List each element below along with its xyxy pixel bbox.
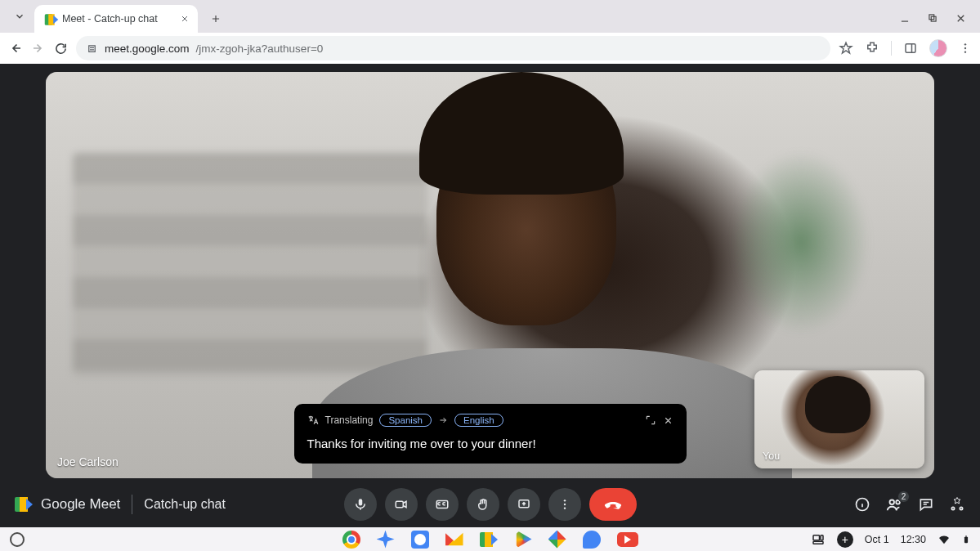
meet-right-panel-buttons: 2 <box>854 495 965 513</box>
messages-app-icon[interactable] <box>583 531 601 549</box>
svg-rect-21 <box>965 535 967 536</box>
meet-app-icon[interactable] <box>480 532 498 547</box>
browser-tab[interactable]: Meet - Catch-up chat <box>34 5 198 33</box>
more-options-button[interactable] <box>548 488 581 521</box>
youtube-app-icon[interactable] <box>617 532 638 547</box>
wifi-icon <box>937 533 951 546</box>
meet-favicon <box>43 12 56 25</box>
sidepanel-icon[interactable] <box>903 41 918 56</box>
shelf-status-area[interactable]: + Oct 1 12:30 <box>811 531 970 548</box>
svg-point-10 <box>563 504 565 505</box>
svg-point-16 <box>960 507 962 509</box>
mic-button[interactable] <box>344 488 377 521</box>
call-controls <box>344 488 637 521</box>
window-controls <box>899 12 980 33</box>
caption-status: Translating <box>325 414 374 426</box>
separator <box>132 495 132 514</box>
svg-rect-2 <box>906 44 915 53</box>
window-minimize-icon[interactable] <box>899 12 911 25</box>
browser-tabstrip: Meet - Catch-up chat <box>0 0 980 33</box>
activities-button[interactable] <box>949 496 965 513</box>
meet-logo-icon <box>15 497 33 512</box>
present-button[interactable] <box>508 488 540 521</box>
arrow-right-icon <box>438 415 448 425</box>
caption-from-language[interactable]: Spanish <box>379 414 432 427</box>
chromeos-shelf: + Oct 1 12:30 <box>0 527 980 551</box>
brand-text: Google Meet <box>41 496 120 513</box>
shelf-time: 12:30 <box>901 534 926 545</box>
svg-rect-6 <box>396 501 403 508</box>
bookmark-icon[interactable] <box>839 41 853 56</box>
main-video-tile: Joe Carlson Translating Spanish English … <box>46 72 934 478</box>
participant-name: Joe Carlson <box>57 455 119 468</box>
chrome-app-icon[interactable] <box>342 531 360 549</box>
separator <box>891 41 892 56</box>
profile-avatar[interactable] <box>929 39 947 57</box>
forward-button[interactable] <box>31 41 46 56</box>
window-close-icon[interactable] <box>955 12 967 25</box>
url-path: /jmx-zgoh-jka?authuser=0 <box>196 43 324 55</box>
close-tab-icon[interactable] <box>180 14 190 24</box>
back-button[interactable] <box>8 41 23 56</box>
tab-title: Meet - Catch-up chat <box>62 13 173 25</box>
captions-button[interactable] <box>426 488 459 521</box>
meet-app: Joe Carlson Translating Spanish English … <box>0 64 980 527</box>
svg-point-3 <box>964 43 966 45</box>
self-label: You <box>763 450 780 462</box>
photos-app-icon[interactable] <box>548 531 566 549</box>
shelf-pinned-apps <box>342 531 638 549</box>
people-button[interactable]: 2 <box>885 495 903 513</box>
raise-hand-button[interactable] <box>467 488 499 521</box>
translate-icon <box>307 414 319 426</box>
meet-bottom-bar: Google Meet Catch-up chat 2 <box>0 482 980 527</box>
svg-point-11 <box>563 507 565 508</box>
url-host: meet.google.com <box>105 43 190 55</box>
gmail-app-icon[interactable] <box>445 531 463 549</box>
svg-point-9 <box>563 499 565 501</box>
hangup-button[interactable] <box>589 488 637 521</box>
people-count-badge: 2 <box>897 491 910 503</box>
browser-toolbar: meet.google.com/jmx-zgoh-jka?authuser=0 <box>0 33 980 64</box>
svg-rect-20 <box>964 536 968 543</box>
meeting-title: Catch-up chat <box>144 497 226 512</box>
self-video-tile[interactable]: You <box>754 370 924 468</box>
svg-point-4 <box>964 47 966 49</box>
chat-button[interactable] <box>918 496 934 513</box>
caption-expand-icon[interactable] <box>645 414 656 426</box>
launcher-button[interactable] <box>10 532 25 547</box>
svg-rect-17 <box>813 535 820 540</box>
chrome-menu-icon[interactable] <box>959 42 972 55</box>
meet-brand: Google Meet <box>15 496 120 513</box>
reload-button[interactable] <box>54 42 68 56</box>
new-tab-button[interactable] <box>204 7 227 30</box>
shelf-date: Oct 1 <box>865 534 889 545</box>
svg-rect-18 <box>821 535 823 540</box>
svg-point-15 <box>951 507 954 509</box>
svg-point-13 <box>890 500 895 505</box>
tabs-search-button[interactable] <box>8 5 31 28</box>
play-store-app-icon[interactable] <box>514 531 532 549</box>
camera-button[interactable] <box>385 488 418 521</box>
svg-rect-19 <box>813 541 823 544</box>
window-maximize-icon[interactable] <box>927 12 938 25</box>
files-app-icon[interactable] <box>411 531 429 549</box>
svg-point-5 <box>964 51 966 52</box>
caption-close-icon[interactable] <box>663 415 673 426</box>
address-bar[interactable]: meet.google.com/jmx-zgoh-jka?authuser=0 <box>76 36 830 60</box>
site-info-icon[interactable] <box>86 43 98 55</box>
meeting-info-button[interactable] <box>854 496 870 513</box>
extensions-icon[interactable] <box>865 41 879 56</box>
overview-icon[interactable] <box>811 532 826 547</box>
gemini-app-icon[interactable] <box>377 531 395 549</box>
battery-icon <box>962 533 970 546</box>
caption-text: Thanks for inviting me over to your dinn… <box>307 437 673 450</box>
shelf-add-button[interactable]: + <box>837 531 853 548</box>
caption-panel: Translating Spanish English Thanks for i… <box>294 404 687 464</box>
caption-to-language[interactable]: English <box>454 414 503 427</box>
